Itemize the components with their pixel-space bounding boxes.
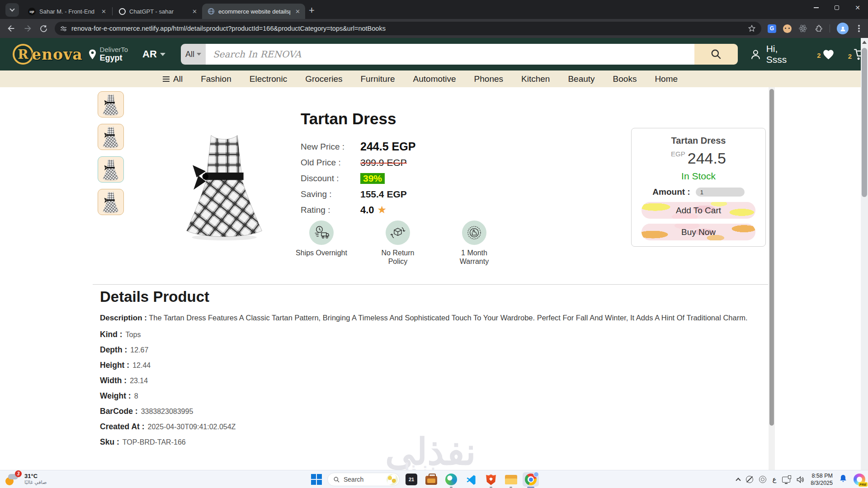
url-bar[interactable]: renova-for-e-commerce.netlify.app/html/d… [55,22,761,35]
box-return-icon [386,221,410,245]
nav-item-all[interactable]: All [163,74,183,84]
url-text: renova-for-e-commerce.netlify.app/html/d… [71,25,748,32]
taskbar-app-brave[interactable] [483,472,499,487]
maximize-button[interactable] [826,0,847,15]
new-price-label: New Price : [301,142,360,152]
product-thumbnail-4[interactable] [98,189,124,215]
buy-now-button[interactable]: Buy Now [642,224,755,240]
extensions-puzzle-icon[interactable] [814,24,823,33]
spiral-app-icon[interactable] [759,476,766,483]
site-search-input[interactable] [206,44,694,65]
product-main-image[interactable] [180,128,269,244]
minimize-button[interactable] [806,0,826,15]
saving-value: 155.4 EGP [360,189,407,200]
volume-icon[interactable] [796,476,805,483]
taskbar-app-chrome-active[interactable] [523,472,539,487]
nav-item-automotive[interactable]: Automotive [413,74,456,84]
nav-item-home[interactable]: Home [655,74,678,84]
scroll-up-arrow-icon[interactable] [862,41,867,44]
tab-title: Sahar M. - Front-End Develope [39,8,96,15]
new-tab-button[interactable]: + [309,5,315,15]
taskbar-app-edge[interactable] [443,472,459,487]
notification-bell-icon[interactable] [839,474,848,485]
tab-chatgpt[interactable]: ChatGPT - sahar ✕ [113,4,202,19]
weather-icon: 3 [5,471,21,487]
copilot-icon[interactable]: PRE [854,474,865,485]
deliver-to[interactable]: DeliverTo Egypt [88,46,128,63]
tab-divider [112,7,113,15]
taskbar-app-briefcase[interactable] [423,472,439,487]
amount-label: Amount : [652,187,690,197]
tab-ecommerce-active[interactable]: ecommerce website detailsprod ✕ [202,4,305,19]
nav-item-beauty[interactable]: Beauty [568,74,594,84]
nav-item-furniture[interactable]: Furniture [361,74,395,84]
browser-menu-icon[interactable] [858,28,860,29]
nav-item-phones[interactable]: Phones [474,74,503,84]
product-title: Tartan Dress [301,110,415,128]
buy-box: Tartan Dress EGP244.5 In Stock Amount : … [631,128,766,247]
avatar-extension-icon[interactable] [783,24,792,33]
details-heading: Details Product [100,288,758,305]
amount-input[interactable] [696,188,745,197]
forward-arrow-icon [23,23,33,33]
nav-item-groceries[interactable]: Groceries [305,74,342,84]
nav-item-kitchen[interactable]: Kitchen [521,74,550,84]
add-to-cart-button[interactable]: Add To Cart [642,202,755,219]
taskbar-app-photo[interactable]: 21 [403,472,420,487]
close-window-button[interactable]: ✕ [847,0,868,15]
taskbar-search[interactable]: Search [327,473,400,486]
site-settings-icon[interactable] [60,25,67,32]
network-icon[interactable] [782,477,790,483]
scrollbar-thumb[interactable] [862,48,867,197]
product-thumbnail-2[interactable] [98,124,124,150]
nav-item-books[interactable]: Books [613,74,637,84]
start-button[interactable] [311,474,322,485]
close-tab-icon[interactable]: ✕ [294,8,302,15]
reload-button[interactable] [39,24,48,33]
chevron-down-icon [160,53,165,56]
nav-item-electronic[interactable]: Electronic [250,74,287,84]
account-greeting[interactable]: Hi, Ssss [750,43,801,65]
profile-avatar[interactable] [837,23,849,34]
window-controls: ✕ [806,0,868,15]
tray-chevron-up-icon[interactable] [736,478,741,483]
brave-icon [486,474,496,485]
clock[interactable]: 8:58 PM 8/3/2025 [811,472,833,487]
search-button[interactable] [694,44,738,65]
maximize-icon [835,5,839,10]
content-scrollbar[interactable] [769,87,775,470]
details-section: Details Product Description : The Tartan… [100,288,758,453]
language-selector[interactable]: AR [142,48,165,60]
copilot-pre-badge: PRE [859,482,868,487]
taskbar-app-explorer[interactable] [503,472,519,487]
scrollbar-thumb[interactable] [769,89,774,426]
forward-button[interactable] [23,23,33,33]
wishlist-button[interactable]: 2 [817,49,834,60]
close-tab-icon[interactable]: ✕ [191,8,198,15]
react-devtools-icon[interactable] [798,24,807,33]
system-tray: ع 8:58 PM 8/3/2025 PRE [736,470,865,488]
product-thumbnail-1[interactable] [98,91,124,117]
tab-search-button[interactable] [5,3,19,17]
bookmark-star-icon[interactable] [748,24,756,33]
buybox-price: EGP244.5 [632,150,765,167]
product-thumbnail-3-selected[interactable] [98,156,124,183]
translate-extension-icon[interactable]: G [768,24,776,33]
keyboard-language-indicator[interactable]: ع [772,475,776,483]
tab-upwork[interactable]: up Sahar M. - Front-End Develope ✕ [23,4,111,19]
weather-widget[interactable]: 3 31°C صافي غالبًا [5,471,47,487]
renova-logo[interactable]: R enova [13,44,83,65]
hidden-items-icon[interactable] [746,476,753,483]
page-scrollbar[interactable] [861,38,868,470]
back-button[interactable] [6,23,16,33]
truck-icon [309,221,334,245]
close-tab-icon[interactable]: ✕ [100,8,108,15]
nav-item-fashion[interactable]: Fashion [201,74,231,84]
category-nav: All Fashion Electronic Groceries Furnitu… [0,70,868,87]
search-icon [710,48,722,60]
chevron-down-icon [9,6,14,11]
search-scope-dropdown[interactable]: All [181,44,206,65]
windows-taskbar: 3 31°C صافي غالبًا Search 21 [0,470,868,488]
taskbar-app-vscode[interactable] [463,472,479,487]
feature-label: 1 Month Warranty [453,249,496,266]
